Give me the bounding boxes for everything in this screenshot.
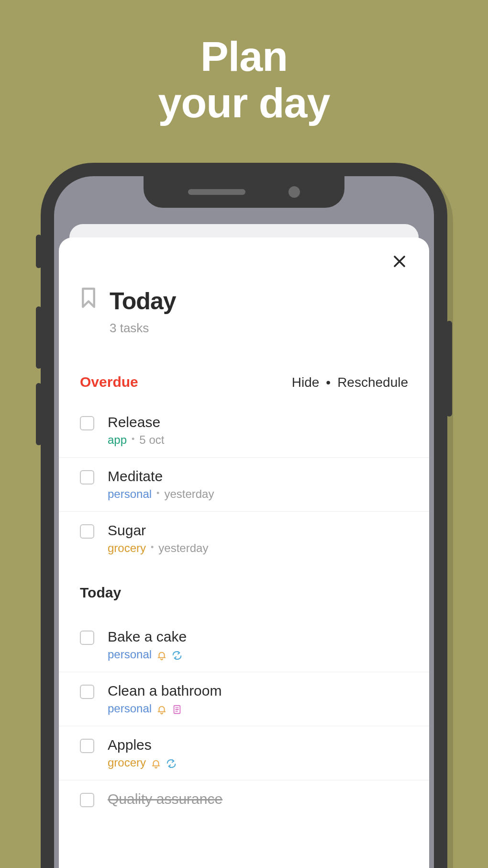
task-row[interactable]: Releaseapp•5 oct — [59, 404, 429, 458]
task-row[interactable]: Applesgrocery — [59, 726, 429, 780]
task-title: Bake a cake — [108, 629, 408, 645]
task-meta: personal — [108, 648, 408, 661]
overdue-task-list: Releaseapp•5 octMeditatepersonal•yesterd… — [59, 404, 429, 565]
hero-headline: Plan your day — [0, 34, 488, 126]
overdue-section-header: Overdue Hide • Reschedule — [59, 374, 429, 390]
task-title: Release — [108, 414, 408, 430]
task-tag[interactable]: personal — [108, 702, 152, 715]
task-date: yesterday — [164, 487, 214, 501]
task-row[interactable]: Clean a bathroompersonal — [59, 672, 429, 726]
task-body: Clean a bathroompersonal — [108, 683, 408, 715]
bell-icon — [151, 756, 161, 769]
task-body: Meditatepersonal•yesterday — [108, 468, 408, 501]
today-sheet: Today 3 tasks Overdue Hide • Reschedule … — [59, 237, 429, 868]
task-body: Releaseapp•5 oct — [108, 414, 408, 447]
phone-frame: Today 3 tasks Overdue Hide • Reschedule … — [41, 163, 447, 868]
task-checkbox[interactable] — [80, 524, 94, 539]
task-title: Quality assurance — [108, 791, 408, 807]
phone-volume-up — [36, 306, 42, 369]
task-tag[interactable]: grocery — [108, 541, 146, 555]
task-title: Apples — [108, 737, 408, 753]
task-title: Meditate — [108, 468, 408, 485]
hero-line1: Plan — [0, 34, 488, 80]
task-body: Bake a cakepersonal — [108, 629, 408, 661]
task-date: yesterday — [158, 541, 208, 555]
task-count: 3 tasks — [110, 321, 429, 336]
task-body: Applesgrocery — [108, 737, 408, 769]
task-meta: grocery•yesterday — [108, 541, 408, 555]
hero-line2: your day — [0, 80, 488, 126]
phone-camera — [288, 186, 300, 198]
phone-power-button — [446, 321, 452, 417]
close-button[interactable] — [389, 252, 410, 273]
separator-dot: • — [151, 542, 154, 552]
task-row[interactable]: Meditatepersonal•yesterday — [59, 458, 429, 512]
task-row[interactable]: Sugargrocery•yesterday — [59, 512, 429, 565]
task-tag[interactable]: grocery — [108, 756, 146, 769]
note-icon — [172, 702, 182, 715]
task-meta: app•5 oct — [108, 433, 408, 447]
task-tag[interactable]: personal — [108, 648, 152, 661]
task-meta: personal•yesterday — [108, 487, 408, 501]
task-checkbox[interactable] — [80, 739, 94, 753]
close-icon — [392, 254, 407, 271]
task-checkbox[interactable] — [80, 416, 94, 430]
task-body: Quality assurance — [108, 791, 408, 807]
hide-button[interactable]: Hide — [292, 375, 320, 390]
task-date: 5 oct — [139, 433, 164, 447]
task-title: Clean a bathroom — [108, 683, 408, 699]
task-meta: personal — [108, 702, 408, 715]
page-title: Today — [110, 287, 176, 315]
sheet-header: Today — [59, 287, 429, 315]
phone-mute-switch — [36, 235, 42, 268]
task-checkbox[interactable] — [80, 470, 94, 485]
repeat-icon — [172, 648, 182, 661]
today-label: Today — [80, 585, 408, 601]
task-meta: grocery — [108, 756, 408, 769]
bell-icon — [156, 702, 167, 715]
task-row[interactable]: Bake a cakepersonal — [59, 618, 429, 672]
today-task-list: Bake a cakepersonalClean a bathroomperso… — [59, 618, 429, 818]
separator-dot: • — [132, 434, 134, 444]
overdue-actions: Hide • Reschedule — [292, 375, 408, 390]
phone-speaker — [188, 189, 245, 195]
separator-dot: • — [156, 488, 159, 498]
phone-notch — [144, 176, 344, 208]
task-tag[interactable]: personal — [108, 487, 152, 501]
today-section-header: Today — [59, 585, 429, 601]
task-tag[interactable]: app — [108, 433, 127, 447]
task-row[interactable]: Quality assurance — [59, 780, 429, 818]
task-checkbox[interactable] — [80, 631, 94, 645]
separator-dot: • — [326, 375, 331, 390]
task-title: Sugar — [108, 522, 408, 539]
task-body: Sugargrocery•yesterday — [108, 522, 408, 555]
repeat-icon — [166, 756, 177, 769]
task-checkbox[interactable] — [80, 685, 94, 699]
task-checkbox[interactable] — [80, 793, 94, 807]
bell-icon — [156, 648, 167, 661]
reschedule-button[interactable]: Reschedule — [337, 375, 408, 390]
phone-volume-down — [36, 383, 42, 445]
bookmark-icon — [80, 287, 97, 310]
phone-screen: Today 3 tasks Overdue Hide • Reschedule … — [54, 176, 434, 868]
overdue-label: Overdue — [80, 374, 138, 390]
